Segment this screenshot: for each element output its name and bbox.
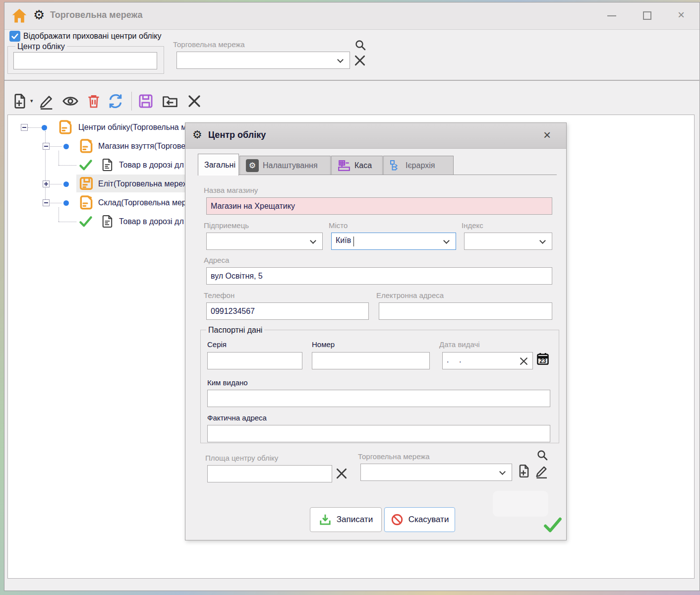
address-input[interactable]: [206, 267, 552, 285]
center-obliku-group-label: Центр обліку: [15, 42, 67, 51]
tree-expander-collapse[interactable]: [43, 143, 50, 150]
refresh-icon[interactable]: [107, 93, 124, 110]
save-tray-icon: [319, 513, 332, 526]
tab-settings[interactable]: ⚙ Налаштування: [239, 156, 331, 175]
network-filter-combo[interactable]: [176, 52, 350, 69]
search-icon[interactable]: [536, 449, 548, 461]
save-button[interactable]: Записати: [310, 507, 382, 532]
cancel-button[interactable]: Скасувати: [384, 507, 455, 532]
clear-area-icon[interactable]: [335, 467, 348, 480]
tree-expander-collapse[interactable]: [21, 124, 28, 131]
tree-item-elit[interactable]: Еліт(Торговельна мережа): [98, 179, 195, 188]
faint-highlight: [493, 491, 548, 517]
city-label: Місто: [329, 221, 348, 230]
clear-date-icon[interactable]: [519, 357, 528, 366]
close-button[interactable]: ×: [678, 8, 685, 22]
issued-by-label: Ким видано: [207, 378, 248, 387]
cash-register-icon: [338, 159, 350, 172]
dialog-close-icon[interactable]: ×: [543, 127, 551, 143]
tree-connector: [58, 222, 76, 222]
save-icon[interactable]: [137, 93, 154, 110]
text-caret: [353, 237, 354, 246]
edit-network-icon[interactable]: [534, 463, 549, 479]
email-input[interactable]: [379, 302, 552, 320]
toolbar-divider: [131, 92, 132, 111]
shop-name-input[interactable]: [206, 197, 552, 215]
clear-filter-icon[interactable]: [353, 54, 366, 67]
chevron-down-icon[interactable]: [310, 238, 316, 244]
chevron-down-icon[interactable]: [443, 238, 450, 244]
close-tool-icon[interactable]: [187, 94, 202, 109]
passport-group-label: Паспортні дані: [206, 326, 264, 335]
network-filter-label: Торговельна мережа: [173, 40, 245, 49]
document-icon: [100, 214, 115, 229]
calendar-icon[interactable]: [536, 352, 550, 366]
home-icon[interactable]: [10, 7, 28, 25]
tree-expander-collapse[interactable]: [43, 199, 50, 206]
confirm-check-icon: [542, 515, 563, 536]
center-obliku-input[interactable]: [13, 52, 157, 69]
actual-address-input[interactable]: [207, 425, 550, 442]
chevron-down-icon[interactable]: [337, 57, 344, 63]
tree-node-dot: [63, 181, 69, 187]
number-input[interactable]: [312, 352, 430, 369]
search-icon[interactable]: [354, 39, 366, 51]
issued-by-input[interactable]: [207, 390, 550, 407]
tree-connector: [45, 131, 46, 203]
show-hidden-label: Відображати приховані центри обліку: [23, 32, 161, 41]
main-titlebar: ⚙ Торговельна мережа ×: [4, 2, 700, 30]
tab-hierarchy[interactable]: Ієрархія: [383, 156, 454, 175]
settings-gear-icon: ⚙: [246, 159, 259, 172]
chevron-down-icon[interactable]: [539, 238, 546, 244]
actual-address-label: Фактична адреса: [207, 414, 267, 422]
tree-node-dot: [42, 125, 47, 130]
issue-date-label: Дата видачі: [439, 340, 480, 349]
add-network-icon[interactable]: [517, 463, 531, 479]
import-folder-icon[interactable]: [161, 93, 179, 110]
phone-label: Телефон: [204, 291, 234, 299]
area-label: Площа центру обліку: [205, 454, 278, 462]
issue-date-input[interactable]: . .: [442, 352, 533, 369]
tree-connector: [49, 146, 61, 147]
view-icon[interactable]: [62, 93, 79, 110]
series-label: Серія: [207, 340, 227, 349]
delete-icon[interactable]: [86, 93, 102, 110]
check-icon: [78, 214, 93, 229]
dialog-title: Центр обліку: [208, 130, 266, 140]
tab-kasa[interactable]: Каса: [331, 156, 383, 175]
series-input[interactable]: [207, 352, 302, 369]
add-dropdown-caret-icon[interactable]: ▾: [30, 98, 33, 104]
tree-connector: [58, 165, 76, 166]
tree-connector: [58, 207, 59, 222]
chevron-down-icon[interactable]: [499, 469, 506, 475]
minimize-button[interactable]: [607, 15, 616, 16]
area-input[interactable]: [207, 465, 332, 482]
elit-floppy-icon: [78, 176, 94, 191]
document-icon: [100, 158, 115, 172]
phone-input[interactable]: [206, 302, 369, 320]
shop-name-label: Назва магазину: [204, 186, 258, 194]
number-label: Номер: [312, 340, 335, 349]
edit-icon[interactable]: [38, 93, 55, 110]
tree-expander-expand[interactable]: [43, 180, 50, 187]
index-combo[interactable]: [464, 233, 552, 250]
tree-connector: [49, 203, 61, 203]
index-label: Індекс: [462, 221, 483, 230]
tree-item-goods-in-transit[interactable]: Товар в дорозі дл: [119, 217, 184, 226]
dialog-network-label: Торговельна мережа: [358, 452, 430, 461]
add-item-icon[interactable]: [11, 93, 28, 110]
tree-item-goods-in-transit[interactable]: Товар в дорозі дл: [119, 161, 184, 170]
entrepreneur-combo[interactable]: [206, 233, 323, 250]
tree-connector: [28, 127, 42, 128]
shop-icon: [78, 138, 94, 154]
maximize-button[interactable]: [643, 11, 651, 20]
tab-general[interactable]: Загальні: [198, 154, 239, 176]
dialog-network-combo[interactable]: [360, 464, 512, 481]
city-combo[interactable]: Київ: [331, 233, 456, 250]
tree-node-dot: [63, 144, 69, 149]
show-hidden-checkbox[interactable]: [9, 31, 20, 42]
separator: [4, 80, 700, 81]
email-label: Електронна адреса: [376, 291, 444, 299]
gear-icon: ⚙: [33, 8, 45, 21]
dialog-titlebar: ⚙ Центр обліку ×: [185, 123, 566, 149]
